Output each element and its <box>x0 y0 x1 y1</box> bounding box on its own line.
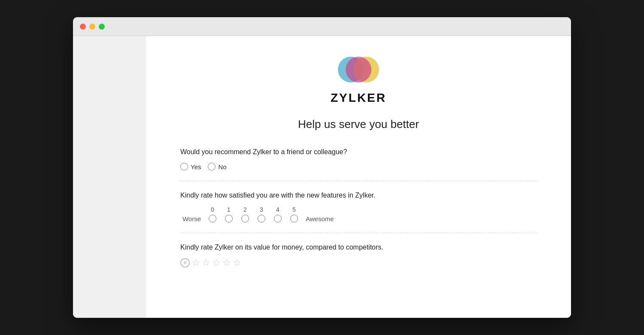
minimize-button[interactable] <box>89 24 95 30</box>
svg-point-2 <box>346 57 371 82</box>
scale-radio-0[interactable] <box>209 215 216 222</box>
titlebar <box>73 17 571 36</box>
scale-num-1: 1 <box>221 206 237 213</box>
logo-circles <box>333 53 384 88</box>
star-1[interactable]: ☆ <box>191 258 200 268</box>
scale-radio-2[interactable] <box>241 215 249 222</box>
mac-window: ZYLKER Help us serve you better Would yo… <box>73 17 571 318</box>
divider-1 <box>180 181 537 181</box>
rating-scale: 0 1 2 3 4 5 Worse <box>180 206 537 222</box>
scale-num-3: 3 <box>253 206 270 213</box>
rating-row: Worse Awesome <box>180 215 537 222</box>
logo-text: ZYLKER <box>331 91 386 105</box>
tagline: Help us serve you better <box>180 118 537 131</box>
scale-label-worse: Worse <box>180 215 204 222</box>
question-1-text: Would you recommend Zylker to a friend o… <box>180 148 537 156</box>
question-3: Kindly rate Zylker on its value for mone… <box>180 244 537 268</box>
radio-no[interactable] <box>208 163 216 171</box>
scale-radio-3[interactable] <box>258 215 265 222</box>
star-rating: ✕ ☆ ☆ ☆ ☆ ☆ <box>180 258 537 268</box>
question-2-text: Kindly rate how satisfied you are with t… <box>180 192 537 199</box>
window-content: ZYLKER Help us serve you better Would yo… <box>73 36 571 318</box>
scale-radio-4[interactable] <box>274 215 282 222</box>
star-3[interactable]: ☆ <box>212 258 221 268</box>
scale-label-awesome: Awesome <box>302 215 334 222</box>
divider-2 <box>180 233 537 233</box>
radio-yes[interactable] <box>180 163 188 171</box>
question-1-options: Yes No <box>180 163 537 171</box>
main-area: ZYLKER Help us serve you better Would yo… <box>146 36 571 318</box>
scale-radio-5[interactable] <box>290 215 298 222</box>
close-button[interactable] <box>80 24 86 30</box>
logo-section: ZYLKER <box>180 53 537 105</box>
rating-radios <box>204 215 302 222</box>
scale-num-2: 2 <box>237 206 253 213</box>
scale-num-4: 4 <box>270 206 286 213</box>
sidebar <box>73 36 146 318</box>
rating-numbers: 0 1 2 3 4 5 <box>204 206 537 213</box>
star-4[interactable]: ☆ <box>222 258 231 268</box>
scale-num-5: 5 <box>286 206 302 213</box>
radio-yes-label: Yes <box>191 163 201 171</box>
star-5[interactable]: ☆ <box>233 258 241 268</box>
scale-radio-1[interactable] <box>225 215 233 222</box>
option-yes[interactable]: Yes <box>180 163 201 171</box>
maximize-button[interactable] <box>99 24 105 30</box>
radio-no-label: No <box>218 163 226 171</box>
question-2: Kindly rate how satisfied you are with t… <box>180 192 537 222</box>
scale-num-0: 0 <box>204 206 221 213</box>
star-2[interactable]: ☆ <box>202 258 210 268</box>
question-1: Would you recommend Zylker to a friend o… <box>180 148 537 171</box>
question-3-text: Kindly rate Zylker on its value for mone… <box>180 244 537 251</box>
star-x-button[interactable]: ✕ <box>180 258 190 268</box>
option-no[interactable]: No <box>208 163 226 171</box>
